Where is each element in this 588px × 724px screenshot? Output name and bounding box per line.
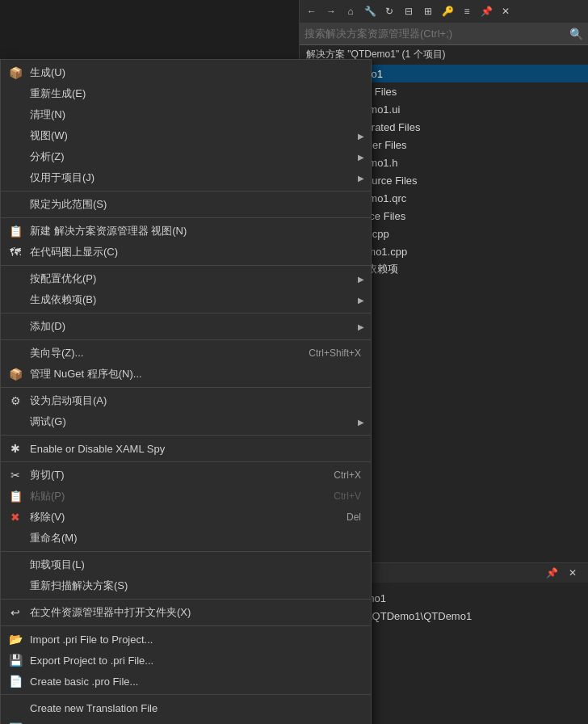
menu-item-scope[interactable]: 限定为此范围(S) (1, 194, 371, 215)
home-btn[interactable]: ⌂ (342, 2, 359, 20)
context-menu: 📦 生成(U) 重新生成(E) 清理(N) 视图(W) ▶ 分析(Z) ▶ 仅用… (0, 59, 372, 724)
menu-item-remove[interactable]: ✖ 移除(V) Del (1, 507, 371, 528)
menu-item-clean[interactable]: 清理(N) (1, 104, 371, 125)
menu-label-project-only: 仅用于项目(J) (30, 170, 94, 185)
create-pro-icon: 📄 (7, 675, 23, 688)
props-pin-btn[interactable]: 📌 (543, 564, 561, 582)
menu-label-unload: 卸载项目(L) (30, 558, 85, 572)
separator-4 (1, 313, 371, 314)
menu-item-new-solution-view[interactable]: 📋 新建 解决方案资源管理器 视图(N) (1, 221, 371, 242)
menu-item-debug[interactable]: 调试(G) ▶ (1, 411, 371, 432)
menu-label-import-pri: Import .pri File to Project... (30, 634, 153, 646)
menu-label-set-startup: 设为启动项目(A) (30, 394, 107, 408)
menu-label-build-dep: 生成依赖项(B) (30, 293, 96, 307)
separator-1 (1, 191, 371, 192)
pin-btn[interactable]: 📌 (477, 2, 495, 20)
back-btn[interactable]: ← (303, 2, 321, 20)
menu-item-cut[interactable]: ✂ 剪切(T) Ctrl+X (1, 465, 371, 486)
shortcut-refactor: Ctrl+Shift+X (309, 347, 361, 359)
menu-item-build[interactable]: 📦 生成(U) (1, 62, 371, 83)
menu-label-build: 生成(U) (30, 65, 65, 80)
menu-label-rename: 重命名(M) (30, 531, 78, 545)
menu-label-export-pri: Export Project to .pri File... (30, 655, 153, 667)
menu-item-add[interactable]: 添加(D) ▶ (1, 316, 371, 337)
open-folder-icon: ↩ (7, 606, 23, 619)
menu-label-rescan: 重新扫描解决方案(S) (30, 579, 128, 593)
submenu-arrow-debug: ▶ (358, 418, 364, 427)
menu-item-rebuild[interactable]: 重新生成(E) (1, 83, 371, 104)
separator-7 (1, 435, 371, 436)
startup-icon: ⚙ (7, 394, 23, 407)
menu-item-new-translation[interactable]: Create new Translation File (1, 697, 371, 718)
refresh-btn[interactable]: ↻ (380, 2, 398, 20)
menu-btn[interactable]: ≡ (458, 2, 476, 20)
shortcut-cut: Ctrl+X (334, 469, 361, 481)
menu-item-analyze[interactable]: 分析(Z) ▶ (1, 146, 371, 167)
submenu-arrow-project-only: ▶ (358, 174, 364, 183)
menu-label-remove: 移除(V) (30, 510, 65, 524)
menu-item-rename[interactable]: 重命名(M) (1, 528, 371, 549)
menu-label-profile-opt: 按配置优化(P) (30, 272, 96, 286)
nuget-icon: 📦 (7, 368, 23, 381)
menu-item-build-dep[interactable]: 生成依赖项(B) ▶ (1, 289, 371, 310)
menu-item-export-pri[interactable]: 💾 Export Project to .pri File... (1, 650, 371, 671)
tools-btn[interactable]: 🔧 (361, 2, 379, 20)
forward-btn[interactable]: → (322, 2, 340, 20)
search-input[interactable] (304, 27, 566, 40)
menu-item-nuget[interactable]: 📦 管理 NuGet 程序包(N)... (1, 364, 371, 385)
menu-item-profile-opt[interactable]: 按配置优化(P) ▶ (1, 268, 371, 289)
submenu-arrow-build-dep: ▶ (358, 296, 364, 305)
separator-5 (1, 339, 371, 340)
menu-label-cut: 剪切(T) (30, 468, 65, 482)
close-btn[interactable]: ✕ (497, 2, 514, 20)
menu-item-rescan[interactable]: 重新扫描解决方案(S) (1, 575, 371, 596)
menu-label-clean: 清理(N) (30, 107, 65, 122)
cut-icon: ✂ (7, 469, 23, 482)
code-map-icon: 🗺 (7, 246, 23, 259)
menu-label-rebuild: 重新生成(E) (30, 86, 86, 101)
menu-label-paste: 粘贴(P) (30, 489, 65, 503)
menu-label-view: 视图(W) (30, 128, 68, 143)
submenu-arrow-add: ▶ (358, 322, 364, 331)
import-pri-icon: 📂 (7, 633, 23, 646)
menu-label-refactor: 美向导(Z)... (30, 346, 83, 360)
separator-2 (1, 217, 371, 218)
menu-label-new-solution-view: 新建 解决方案资源管理器 视图(N) (30, 224, 187, 238)
menu-label-open-folder: 在文件资源管理器中打开文件夹(X) (30, 605, 191, 620)
menu-label-code-map: 在代码图上显示(C) (30, 245, 118, 259)
submenu-arrow-analyze: ▶ (358, 153, 364, 162)
menu-item-project-only[interactable]: 仅用于项目(J) ▶ (1, 167, 371, 188)
menu-item-create-pro[interactable]: 📄 Create basic .pro File... (1, 671, 371, 692)
search-bar: 🔍 (300, 23, 588, 45)
menu-item-code-map[interactable]: 🗺 在代码图上显示(C) (1, 242, 371, 263)
search-icon: 🔍 (569, 27, 583, 40)
menu-item-view[interactable]: 视图(W) ▶ (1, 125, 371, 146)
menu-label-nuget: 管理 NuGet 程序包(N)... (30, 367, 142, 381)
menu-item-lupdate[interactable]: 🔄 lupdate all .ts files in project (1, 718, 371, 724)
props-close-btn[interactable]: ✕ (564, 564, 582, 582)
menu-label-analyze: 分析(Z) (30, 149, 65, 164)
collapse-btn[interactable]: ⊟ (400, 2, 418, 20)
separator-8 (1, 461, 371, 462)
separator-11 (1, 625, 371, 626)
key-btn[interactable]: 🔑 (439, 2, 456, 20)
toolbar: ← → ⌂ 🔧 ↻ ⊟ ⊞ 🔑 ≡ 📌 ✕ (300, 0, 588, 23)
menu-item-import-pri[interactable]: 📂 Import .pri File to Project... (1, 629, 371, 650)
menu-item-refactor[interactable]: 美向导(Z)... Ctrl+Shift+X (1, 343, 371, 364)
build-icon: 📦 (7, 66, 23, 79)
separator-6 (1, 387, 371, 388)
menu-item-unload[interactable]: 卸载项目(L) (1, 554, 371, 575)
separator-9 (1, 551, 371, 552)
submenu-arrow-profile: ▶ (358, 275, 364, 284)
menu-item-paste[interactable]: 📋 粘贴(P) Ctrl+V (1, 486, 371, 507)
menu-item-set-startup[interactable]: ⚙ 设为启动项目(A) (1, 390, 371, 411)
menu-item-open-folder[interactable]: ↩ 在文件资源管理器中打开文件夹(X) (1, 602, 371, 623)
separator-12 (1, 694, 371, 695)
menu-label-debug: 调试(G) (30, 415, 66, 429)
menu-label-scope: 限定为此范围(S) (30, 197, 107, 212)
props-header-icons: 📌 ✕ (543, 564, 582, 582)
expand-btn[interactable]: ⊞ (419, 2, 437, 20)
menu-item-xaml-spy[interactable]: ✱ Enable or Disable XAML Spy (1, 438, 371, 459)
paste-icon: 📋 (7, 490, 23, 503)
submenu-arrow-view: ▶ (358, 132, 364, 141)
